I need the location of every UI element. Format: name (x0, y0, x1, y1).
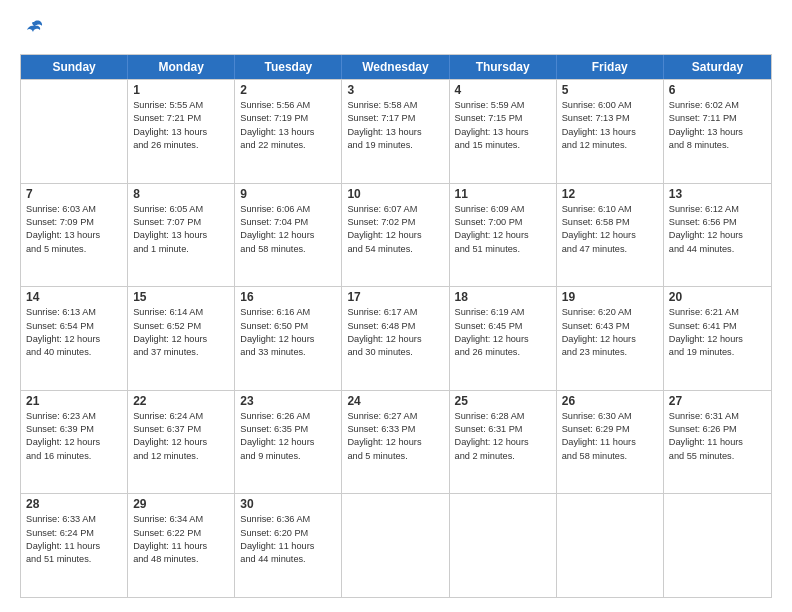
cell-line: Daylight: 12 hours (240, 436, 336, 449)
calendar-header-thursday: Thursday (450, 55, 557, 79)
cell-line: and 48 minutes. (133, 553, 229, 566)
calendar-cell-16: 16Sunrise: 6:16 AMSunset: 6:50 PMDayligh… (235, 287, 342, 390)
cell-line: and 9 minutes. (240, 450, 336, 463)
cell-line: and 40 minutes. (26, 346, 122, 359)
calendar-week-3: 14Sunrise: 6:13 AMSunset: 6:54 PMDayligh… (21, 286, 771, 390)
cell-line: and 5 minutes. (26, 243, 122, 256)
calendar-cell-14: 14Sunrise: 6:13 AMSunset: 6:54 PMDayligh… (21, 287, 128, 390)
calendar-cell-empty-4 (450, 494, 557, 597)
cell-line: Daylight: 12 hours (455, 333, 551, 346)
day-number: 14 (26, 290, 122, 304)
cell-line: Sunrise: 6:00 AM (562, 99, 658, 112)
cell-line: Daylight: 13 hours (455, 126, 551, 139)
calendar-cell-empty-0 (21, 80, 128, 183)
calendar-cell-15: 15Sunrise: 6:14 AMSunset: 6:52 PMDayligh… (128, 287, 235, 390)
day-number: 24 (347, 394, 443, 408)
cell-line: Sunrise: 6:13 AM (26, 306, 122, 319)
cell-line: Sunrise: 6:24 AM (133, 410, 229, 423)
cell-line: Sunrise: 6:26 AM (240, 410, 336, 423)
cell-line: Sunset: 6:56 PM (669, 216, 766, 229)
calendar-cell-19: 19Sunrise: 6:20 AMSunset: 6:43 PMDayligh… (557, 287, 664, 390)
cell-line: Daylight: 11 hours (133, 540, 229, 553)
cell-line: and 58 minutes. (240, 243, 336, 256)
day-number: 28 (26, 497, 122, 511)
cell-line: Sunset: 7:11 PM (669, 112, 766, 125)
day-number: 20 (669, 290, 766, 304)
cell-line: and 12 minutes. (562, 139, 658, 152)
cell-line: and 19 minutes. (669, 346, 766, 359)
cell-line: Sunrise: 5:55 AM (133, 99, 229, 112)
cell-line: Daylight: 12 hours (669, 333, 766, 346)
cell-line: Sunset: 6:52 PM (133, 320, 229, 333)
day-number: 10 (347, 187, 443, 201)
calendar-cell-2: 2Sunrise: 5:56 AMSunset: 7:19 PMDaylight… (235, 80, 342, 183)
cell-line: Sunset: 6:58 PM (562, 216, 658, 229)
cell-line: and 26 minutes. (455, 346, 551, 359)
cell-line: and 5 minutes. (347, 450, 443, 463)
cell-line: Sunrise: 6:30 AM (562, 410, 658, 423)
cell-line: Sunset: 7:09 PM (26, 216, 122, 229)
logo (20, 18, 45, 44)
cell-line: and 8 minutes. (669, 139, 766, 152)
cell-line: Daylight: 12 hours (26, 333, 122, 346)
calendar-cell-empty-5 (557, 494, 664, 597)
day-number: 27 (669, 394, 766, 408)
cell-line: and 30 minutes. (347, 346, 443, 359)
day-number: 5 (562, 83, 658, 97)
calendar-cell-22: 22Sunrise: 6:24 AMSunset: 6:37 PMDayligh… (128, 391, 235, 494)
cell-line: Sunset: 6:48 PM (347, 320, 443, 333)
calendar-cell-11: 11Sunrise: 6:09 AMSunset: 7:00 PMDayligh… (450, 184, 557, 287)
cell-line: Sunrise: 5:56 AM (240, 99, 336, 112)
cell-line: Daylight: 12 hours (240, 229, 336, 242)
cell-line: Sunrise: 5:58 AM (347, 99, 443, 112)
cell-line: Daylight: 12 hours (133, 436, 229, 449)
calendar-cell-29: 29Sunrise: 6:34 AMSunset: 6:22 PMDayligh… (128, 494, 235, 597)
calendar-cell-30: 30Sunrise: 6:36 AMSunset: 6:20 PMDayligh… (235, 494, 342, 597)
cell-line: and 55 minutes. (669, 450, 766, 463)
calendar-cell-5: 5Sunrise: 6:00 AMSunset: 7:13 PMDaylight… (557, 80, 664, 183)
day-number: 29 (133, 497, 229, 511)
cell-line: Sunrise: 6:10 AM (562, 203, 658, 216)
cell-line: Daylight: 12 hours (455, 229, 551, 242)
calendar-header-tuesday: Tuesday (235, 55, 342, 79)
cell-line: Sunset: 6:41 PM (669, 320, 766, 333)
logo-bird-icon (23, 18, 45, 44)
day-number: 25 (455, 394, 551, 408)
cell-line: Sunset: 7:19 PM (240, 112, 336, 125)
cell-line: and 16 minutes. (26, 450, 122, 463)
cell-line: Sunrise: 6:33 AM (26, 513, 122, 526)
cell-line: Sunrise: 6:02 AM (669, 99, 766, 112)
cell-line: Sunset: 6:35 PM (240, 423, 336, 436)
day-number: 17 (347, 290, 443, 304)
calendar-cell-4: 4Sunrise: 5:59 AMSunset: 7:15 PMDaylight… (450, 80, 557, 183)
cell-line: Sunrise: 6:16 AM (240, 306, 336, 319)
cell-line: Daylight: 11 hours (26, 540, 122, 553)
calendar-cell-24: 24Sunrise: 6:27 AMSunset: 6:33 PMDayligh… (342, 391, 449, 494)
cell-line: Daylight: 12 hours (240, 333, 336, 346)
cell-line: Sunset: 6:45 PM (455, 320, 551, 333)
cell-line: and 44 minutes. (240, 553, 336, 566)
cell-line: Sunset: 7:07 PM (133, 216, 229, 229)
cell-line: Daylight: 13 hours (133, 229, 229, 242)
calendar-cell-9: 9Sunrise: 6:06 AMSunset: 7:04 PMDaylight… (235, 184, 342, 287)
calendar-cell-1: 1Sunrise: 5:55 AMSunset: 7:21 PMDaylight… (128, 80, 235, 183)
cell-line: and 54 minutes. (347, 243, 443, 256)
calendar-cell-27: 27Sunrise: 6:31 AMSunset: 6:26 PMDayligh… (664, 391, 771, 494)
calendar-cell-12: 12Sunrise: 6:10 AMSunset: 6:58 PMDayligh… (557, 184, 664, 287)
cell-line: Sunset: 6:24 PM (26, 527, 122, 540)
cell-line: Daylight: 11 hours (562, 436, 658, 449)
cell-line: Daylight: 12 hours (669, 229, 766, 242)
cell-line: Daylight: 12 hours (133, 333, 229, 346)
cell-line: Sunset: 6:31 PM (455, 423, 551, 436)
calendar-cell-21: 21Sunrise: 6:23 AMSunset: 6:39 PMDayligh… (21, 391, 128, 494)
cell-line: and 51 minutes. (26, 553, 122, 566)
cell-line: Sunset: 7:15 PM (455, 112, 551, 125)
calendar-cell-28: 28Sunrise: 6:33 AMSunset: 6:24 PMDayligh… (21, 494, 128, 597)
cell-line: and 51 minutes. (455, 243, 551, 256)
cell-line: Sunset: 7:02 PM (347, 216, 443, 229)
day-number: 12 (562, 187, 658, 201)
day-number: 19 (562, 290, 658, 304)
cell-line: Sunset: 6:29 PM (562, 423, 658, 436)
calendar-cell-10: 10Sunrise: 6:07 AMSunset: 7:02 PMDayligh… (342, 184, 449, 287)
day-number: 13 (669, 187, 766, 201)
